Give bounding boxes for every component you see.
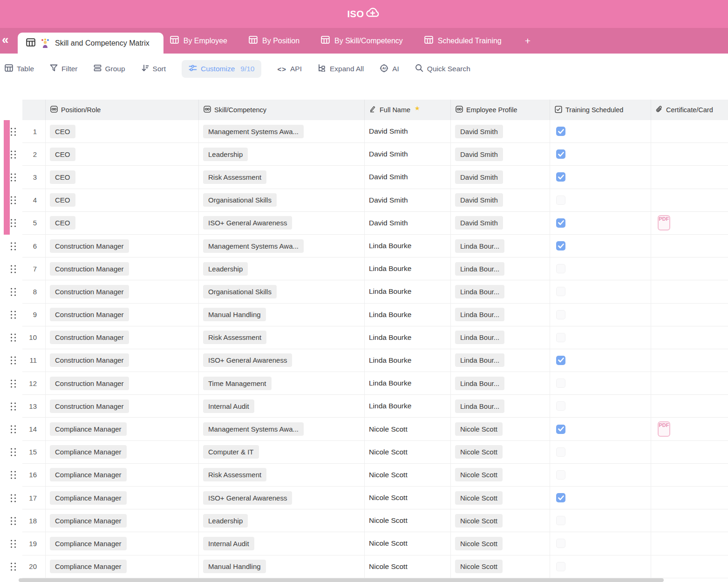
skill-competency-cell[interactable]: Manual Handling	[199, 304, 365, 326]
employee-profile-cell[interactable]: Nicole Scott	[451, 441, 550, 464]
drag-handle-icon[interactable]	[11, 219, 16, 227]
column-header-full-name[interactable]: Full Name ★	[365, 100, 451, 120]
training-scheduled-checkbox[interactable]	[556, 516, 565, 525]
full-name-cell[interactable]: Linda Bourke	[365, 235, 451, 257]
full-name-cell[interactable]: David Smith	[365, 166, 451, 189]
group-button[interactable]: Group	[94, 64, 125, 74]
row-number[interactable]: 16	[22, 464, 46, 487]
employee-profile-cell[interactable]: David Smith	[451, 189, 550, 212]
tab-by-skill-competency[interactable]: By Skill/Competency	[321, 36, 403, 46]
row-number[interactable]: 11	[22, 349, 46, 372]
training-scheduled-checkbox[interactable]	[556, 539, 565, 548]
training-scheduled-checkbox[interactable]	[556, 379, 565, 388]
full-name-cell[interactable]: Nicole Scott	[365, 487, 451, 509]
certificate-card-cell[interactable]	[651, 441, 728, 464]
certificate-card-cell[interactable]	[651, 349, 728, 372]
skill-competency-cell[interactable]: Risk Assessment	[199, 464, 365, 487]
full-name-cell[interactable]: Linda Bourke	[365, 372, 451, 395]
filter-button[interactable]: Filter	[50, 64, 77, 74]
training-scheduled-checkbox[interactable]	[556, 241, 565, 250]
position-role-cell[interactable]: Compliance Manager	[46, 418, 199, 440]
training-scheduled-checkbox[interactable]	[556, 287, 565, 296]
employee-profile-cell[interactable]: Nicole Scott	[451, 509, 550, 532]
row-number[interactable]: 5	[22, 212, 46, 235]
drag-handle-icon[interactable]	[11, 311, 16, 319]
drag-handle-icon[interactable]	[11, 471, 16, 479]
quick-search-button[interactable]: Quick Search	[415, 64, 470, 74]
skill-competency-cell[interactable]: Leadership	[199, 257, 365, 280]
employee-profile-cell[interactable]: David Smith	[451, 212, 550, 235]
table-button[interactable]: Table	[5, 64, 34, 74]
employee-profile-cell[interactable]: Nicole Scott	[451, 555, 550, 578]
tab-scheduled-training[interactable]: Scheduled Training	[424, 36, 502, 46]
full-name-cell[interactable]: Linda Bourke	[365, 280, 451, 303]
certificate-card-cell[interactable]	[651, 189, 728, 212]
drag-handle-icon[interactable]	[11, 173, 16, 181]
training-scheduled-checkbox[interactable]	[556, 172, 565, 182]
full-name-cell[interactable]: David Smith	[365, 143, 451, 166]
skill-competency-cell[interactable]: Leadership	[199, 509, 365, 532]
customize-button[interactable]: Customize 9/10	[182, 60, 261, 78]
skill-competency-cell[interactable]: Risk Assessment	[199, 166, 365, 189]
drag-handle-icon[interactable]	[11, 426, 16, 433]
column-header-position-role[interactable]: Position/Role	[46, 100, 199, 120]
employee-profile-cell[interactable]: David Smith	[451, 166, 550, 189]
certificate-card-cell[interactable]	[651, 464, 728, 487]
column-header-certificate-card[interactable]: Certificate/Card	[651, 100, 728, 120]
full-name-cell[interactable]: Nicole Scott	[365, 555, 451, 578]
employee-profile-cell[interactable]: David Smith	[451, 143, 550, 166]
row-number[interactable]: 7	[22, 257, 46, 280]
training-scheduled-checkbox[interactable]	[556, 196, 565, 205]
skill-competency-cell[interactable]: Internal Audit	[199, 532, 365, 555]
training-scheduled-checkbox[interactable]	[556, 493, 565, 502]
position-role-cell[interactable]: Compliance Manager	[46, 464, 199, 487]
training-scheduled-checkbox[interactable]	[556, 425, 565, 434]
position-role-cell[interactable]: CEO	[46, 166, 199, 189]
position-role-cell[interactable]: Construction Manager	[46, 372, 199, 395]
position-role-cell[interactable]: CEO	[46, 212, 199, 235]
drag-handle-icon[interactable]	[11, 494, 16, 502]
training-scheduled-checkbox[interactable]	[556, 218, 565, 228]
skill-competency-cell[interactable]: ISO+ General Awareness	[199, 349, 365, 372]
tab-skill-and-competency-matrix[interactable]: Skill and Competency Matrix	[18, 33, 163, 54]
skill-competency-cell[interactable]: Manual Handling	[199, 555, 365, 578]
row-number[interactable]: 9	[22, 304, 46, 326]
certificate-card-cell[interactable]	[651, 509, 728, 532]
row-number[interactable]: 19	[22, 532, 46, 555]
horizontal-scrollbar[interactable]	[19, 578, 664, 582]
row-number[interactable]: 15	[22, 441, 46, 464]
tab-by-employee[interactable]: By Employee	[170, 36, 227, 46]
position-role-cell[interactable]: Construction Manager	[46, 326, 199, 349]
expand-all-button[interactable]: Expand All	[318, 64, 364, 74]
certificate-card-cell[interactable]: PDF	[651, 212, 728, 235]
full-name-cell[interactable]: Nicole Scott	[365, 418, 451, 440]
drag-handle-icon[interactable]	[11, 196, 16, 204]
position-role-cell[interactable]: CEO	[46, 189, 199, 212]
row-number[interactable]: 2	[22, 143, 46, 166]
row-number[interactable]: 6	[22, 235, 46, 257]
row-number[interactable]: 17	[22, 487, 46, 509]
employee-profile-cell[interactable]: Linda Bour...	[451, 235, 550, 257]
add-view-button[interactable]: +	[525, 35, 531, 47]
position-role-cell[interactable]: Compliance Manager	[46, 555, 199, 578]
certificate-card-cell[interactable]	[651, 257, 728, 280]
certificate-card-cell[interactable]	[651, 120, 728, 143]
skill-competency-cell[interactable]: Organisational Skills	[199, 280, 365, 303]
certificate-card-cell[interactable]	[651, 304, 728, 326]
row-number[interactable]: 13	[22, 395, 46, 418]
drag-handle-icon[interactable]	[11, 334, 16, 342]
full-name-cell[interactable]: Linda Bourke	[365, 349, 451, 372]
position-role-cell[interactable]: Construction Manager	[46, 349, 199, 372]
employee-profile-cell[interactable]: Linda Bour...	[451, 372, 550, 395]
full-name-cell[interactable]: Linda Bourke	[365, 395, 451, 418]
row-number[interactable]: 18	[22, 509, 46, 532]
skill-competency-cell[interactable]: Organisational Skills	[199, 189, 365, 212]
skill-competency-cell[interactable]: Management Systems Awa...	[199, 235, 365, 257]
training-scheduled-checkbox[interactable]	[556, 562, 565, 571]
row-number[interactable]: 8	[22, 280, 46, 303]
drag-handle-icon[interactable]	[11, 288, 16, 296]
position-role-cell[interactable]: Construction Manager	[46, 395, 199, 418]
api-button[interactable]: <> API	[277, 65, 302, 73]
drag-handle-icon[interactable]	[11, 540, 16, 548]
full-name-cell[interactable]: Linda Bourke	[365, 326, 451, 349]
